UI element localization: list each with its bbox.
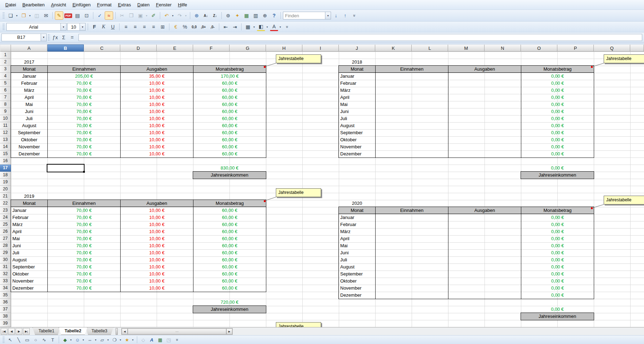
header-monatsbetrag[interactable]: Monatsbetrag xyxy=(193,200,266,207)
flowcharts-button[interactable]: ▱ xyxy=(98,336,106,343)
einnahmen-cell[interactable] xyxy=(375,256,448,263)
ausgaben-cell[interactable] xyxy=(448,292,521,299)
einnahmen-cell[interactable] xyxy=(375,136,448,143)
month-cell[interactable]: Dezember xyxy=(11,285,47,292)
month-cell[interactable]: März xyxy=(11,87,47,94)
einnahmen-cell[interactable]: 70,00 € xyxy=(47,143,120,150)
column-header[interactable]: M xyxy=(448,45,485,52)
column-header[interactable]: P xyxy=(557,45,594,52)
ausgaben-cell[interactable]: 10,00 € xyxy=(120,228,193,235)
month-cell[interactable]: Februar xyxy=(339,221,375,228)
ausgaben-cell[interactable]: 10,00 € xyxy=(120,214,193,221)
monatsbetrag-cell[interactable]: 0,00 € xyxy=(521,242,594,249)
header-monat[interactable]: Monat xyxy=(11,66,47,73)
month-cell[interactable]: September xyxy=(11,263,47,271)
einnahmen-cell[interactable]: 70,00 € xyxy=(47,214,120,221)
insert-picture-button[interactable]: ▦ xyxy=(156,336,164,343)
sort-ascending-button[interactable]: A↓ xyxy=(202,11,210,20)
einnahmen-cell[interactable] xyxy=(375,228,448,235)
monatsbetrag-cell[interactable]: 60,00 € xyxy=(193,249,266,256)
ausgaben-cell[interactable]: 10,00 € xyxy=(120,235,193,242)
month-cell[interactable]: März xyxy=(11,221,47,228)
header-einnahmen[interactable]: Einnahmen xyxy=(47,200,120,207)
einnahmen-cell[interactable] xyxy=(375,292,448,299)
month-cell[interactable]: September xyxy=(339,129,375,136)
menu-item[interactable]: Extras xyxy=(115,1,134,9)
monatsbetrag-cell[interactable]: 0,00 € xyxy=(521,221,594,228)
font-name-combo[interactable]: Arial ▾ xyxy=(6,23,66,31)
einnahmen-cell[interactable] xyxy=(375,143,448,150)
monatsbetrag-cell[interactable]: 60,00 € xyxy=(193,150,266,158)
line-tool-button[interactable]: ╲ xyxy=(15,336,23,343)
ausgaben-cell[interactable]: 35,00 € xyxy=(120,73,193,80)
ausgaben-cell[interactable] xyxy=(448,143,521,150)
einnahmen-cell[interactable]: 205,00 € xyxy=(47,73,120,80)
month-cell[interactable]: August xyxy=(11,256,47,263)
header-einnahmen[interactable]: Einnahmen xyxy=(47,66,120,73)
function-button[interactable]: = xyxy=(68,33,76,42)
page-preview-button[interactable]: ⊡ xyxy=(82,11,91,20)
monatsbetrag-cell[interactable]: 0,00 € xyxy=(521,94,594,101)
ausgaben-cell[interactable]: 10,00 € xyxy=(120,136,193,143)
monatsbetrag-cell[interactable]: 60,00 € xyxy=(193,115,266,122)
find-replace-button[interactable]: ⊚ xyxy=(224,11,232,20)
formula-input[interactable] xyxy=(79,34,642,41)
stars-dropdown[interactable]: ▾ xyxy=(131,336,135,344)
month-cell[interactable]: Mai xyxy=(11,101,47,108)
ausgaben-cell[interactable]: 10,00 € xyxy=(120,129,193,136)
toolbar-overflow-button[interactable]: » xyxy=(173,336,181,343)
menu-item[interactable]: Bearbeiten xyxy=(19,1,48,9)
total-label-2018[interactable]: Jahreseinkommen xyxy=(521,171,594,179)
einnahmen-cell[interactable]: 70,00 € xyxy=(47,256,120,263)
monatsbetrag-cell[interactable]: 60,00 € xyxy=(193,136,266,143)
open-dropdown[interactable]: ▾ xyxy=(28,11,32,20)
ausgaben-cell[interactable]: 10,00 € xyxy=(120,256,193,263)
ausgaben-cell[interactable] xyxy=(448,108,521,115)
paste-dropdown[interactable]: ▾ xyxy=(145,11,149,20)
month-cell[interactable]: Juni xyxy=(339,249,375,256)
monatsbetrag-cell[interactable]: 60,00 € xyxy=(193,87,266,94)
print-button[interactable]: ▤ xyxy=(73,11,82,20)
column-header[interactable]: O xyxy=(521,45,557,52)
underline-button[interactable]: U xyxy=(109,23,117,31)
ausgaben-cell[interactable] xyxy=(448,228,521,235)
comment-note[interactable]: Jahrestabelle xyxy=(276,188,321,197)
month-cell[interactable]: Januar xyxy=(11,207,47,214)
previous-sheet-button[interactable]: ◀ xyxy=(8,328,15,335)
monatsbetrag-cell[interactable]: 0,00 € xyxy=(521,285,594,292)
ausgaben-cell[interactable]: 10,00 € xyxy=(120,108,193,115)
decrease-indent-button[interactable]: ⇤ xyxy=(221,23,230,31)
column-header[interactable]: D xyxy=(120,45,157,52)
total-label-2017[interactable]: Jahreseinkommen xyxy=(193,171,266,179)
tab-tabelle1[interactable]: Tabelle1 xyxy=(33,327,60,335)
header-monat[interactable]: Monat xyxy=(339,66,375,73)
einnahmen-cell[interactable]: 70,00 € xyxy=(47,136,120,143)
month-cell[interactable]: September xyxy=(339,271,375,278)
einnahmen-cell[interactable]: 70,00 € xyxy=(47,94,120,101)
column-header[interactable]: E xyxy=(157,45,193,52)
total-2018[interactable]: 0,00 € xyxy=(521,165,594,172)
ausgaben-cell[interactable] xyxy=(448,129,521,136)
month-cell[interactable]: Januar xyxy=(339,214,375,221)
gallery-button[interactable]: ▦ xyxy=(242,11,251,20)
ausgaben-cell[interactable]: 10,00 € xyxy=(120,271,193,278)
month-cell[interactable]: Dezember xyxy=(339,150,375,158)
ausgaben-cell[interactable] xyxy=(448,263,521,271)
header-einnahmen[interactable]: Einnahmen xyxy=(375,207,448,214)
hyperlink-button[interactable]: ⊛ xyxy=(192,11,201,20)
ausgaben-cell[interactable]: 10,00 € xyxy=(120,80,193,87)
ausgaben-cell[interactable]: 10,00 € xyxy=(120,278,193,285)
monatsbetrag-cell[interactable]: 0,00 € xyxy=(521,101,594,108)
ausgaben-cell[interactable]: 10,00 € xyxy=(120,87,193,94)
ausgaben-cell[interactable]: 10,00 € xyxy=(120,263,193,271)
fill-handle[interactable] xyxy=(83,171,85,173)
monatsbetrag-cell[interactable]: 60,00 € xyxy=(193,242,266,249)
month-cell[interactable]: Juni xyxy=(11,242,47,249)
basic-shapes-button[interactable]: ◆ xyxy=(61,336,69,343)
menu-item[interactable]: Ansicht xyxy=(48,1,69,9)
comment-note[interactable]: Jahrestabelle xyxy=(604,54,644,63)
month-cell[interactable]: April xyxy=(339,235,375,242)
month-cell[interactable]: Mai xyxy=(339,242,375,249)
monatsbetrag-cell[interactable]: 60,00 € xyxy=(193,129,266,136)
monatsbetrag-cell[interactable]: 0,00 € xyxy=(521,271,594,278)
